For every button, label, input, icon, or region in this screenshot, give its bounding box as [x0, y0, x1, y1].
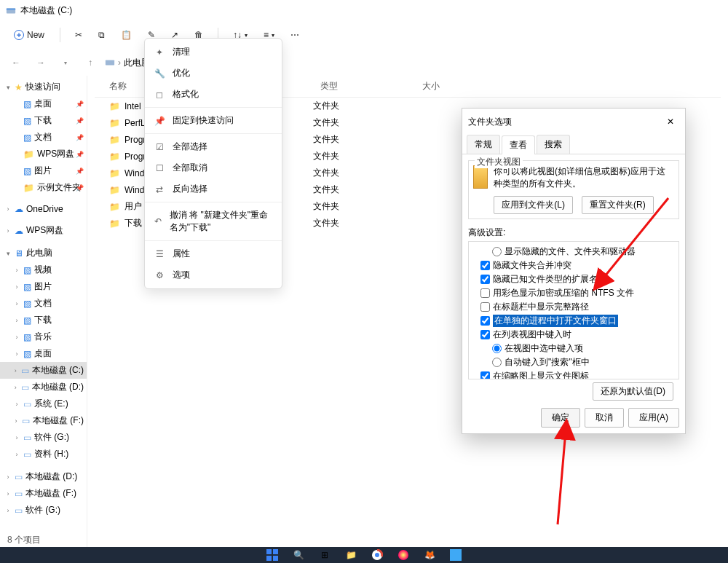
tree-node[interactable]: ▾★快速访问: [0, 79, 87, 95]
expander-icon[interactable]: ›: [4, 473, 12, 481]
expander-icon[interactable]: ›: [13, 417, 19, 425]
advanced-item[interactable]: 在视图中选中键入项: [473, 342, 674, 355]
expander-icon[interactable]: ›: [13, 401, 20, 408]
menu-item[interactable]: ⚙选项: [145, 264, 282, 286]
tree-node[interactable]: ›▭本地磁盘 (D:): [0, 468, 87, 485]
taskbar[interactable]: 🔍 ⊞ 📁 🦊: [0, 547, 728, 563]
nav-tree[interactable]: ▾★快速访问▧桌面📌▧下载📌▧文档📌📁WPS网盘📌▧图片📌📁示例文件夹📌›☁On…: [0, 76, 87, 547]
menu-item[interactable]: ✦清理: [145, 42, 282, 63]
checkbox-input[interactable]: [480, 288, 490, 298]
cut-button[interactable]: ✂: [69, 27, 88, 43]
advanced-item[interactable]: 隐藏文件夹合并冲突: [473, 259, 674, 272]
tree-node[interactable]: ›▭本地磁盘 (C:): [0, 362, 87, 379]
more-button[interactable]: ⋯: [285, 27, 305, 43]
ok-button[interactable]: 确定: [541, 408, 580, 428]
advanced-item[interactable]: 显示隐藏的文件、文件夹和驱动器: [473, 245, 674, 259]
tree-node[interactable]: ›▧音乐: [0, 328, 87, 345]
tree-node[interactable]: ▧桌面📌: [0, 95, 87, 112]
menu-item[interactable]: ☐全部取消: [145, 157, 282, 178]
expander-icon[interactable]: ›: [13, 300, 20, 307]
app-icon-3[interactable]: [448, 548, 463, 562]
advanced-item[interactable]: 在单独的进程中打开文件夹窗口: [473, 314, 674, 328]
tree-node[interactable]: ›▭系统 (E:): [0, 395, 87, 412]
tree-node[interactable]: ›☁OneDrive: [0, 202, 87, 216]
checkbox-input[interactable]: [480, 302, 490, 312]
expander-icon[interactable]: ▾: [4, 250, 12, 257]
tree-node[interactable]: ›▧视频: [0, 261, 87, 278]
tree-node[interactable]: ›▭本地磁盘 (D:): [0, 379, 87, 395]
new-button[interactable]: ＋ New: [7, 26, 51, 44]
advanced-item[interactable]: 用彩色显示加密或压缩的 NTFS 文件: [473, 286, 674, 300]
checkbox-input[interactable]: [480, 275, 490, 284]
advanced-item[interactable]: 在缩略图上显示文件图标: [473, 369, 674, 379]
back-button[interactable]: ←: [6, 52, 26, 73]
start-button[interactable]: [265, 548, 280, 562]
tree-node[interactable]: ›▭软件 (G:): [0, 502, 87, 519]
tree-node[interactable]: ›▧下载: [0, 312, 87, 328]
tree-node[interactable]: ›▧文档: [0, 295, 87, 312]
app-icon[interactable]: [396, 548, 411, 562]
expander-icon[interactable]: ›: [13, 267, 20, 274]
expander-icon[interactable]: ›: [13, 334, 20, 341]
restore-defaults-button[interactable]: 还原为默认值(D): [593, 382, 673, 401]
tree-node[interactable]: ›▭资料 (H:): [0, 446, 87, 462]
tree-node[interactable]: ›▭本地磁盘 (F:): [0, 485, 87, 502]
tree-node[interactable]: ›▧图片: [0, 278, 87, 295]
radio-input[interactable]: [492, 344, 502, 353]
radio-input[interactable]: [492, 247, 502, 256]
apply-to-folders-button[interactable]: 应用到文件夹(L): [494, 196, 573, 214]
menu-item[interactable]: ☰属性: [145, 243, 282, 264]
expander-icon[interactable]: ›: [13, 283, 20, 291]
close-button[interactable]: ✕: [662, 113, 679, 130]
chevron-down-icon[interactable]: ▾: [55, 52, 76, 73]
menu-item[interactable]: ◻格式化: [145, 84, 282, 105]
col-size[interactable]: 大小: [422, 80, 466, 92]
expander-icon[interactable]: ›: [13, 317, 20, 324]
expander-icon[interactable]: ›: [4, 227, 12, 235]
checkbox-input[interactable]: [480, 261, 490, 270]
expander-icon[interactable]: ▾: [4, 84, 12, 91]
advanced-item[interactable]: 在列表视图中键入时: [473, 328, 674, 342]
apply-button[interactable]: 应用(A): [628, 408, 679, 428]
checkbox-input[interactable]: [480, 316, 490, 326]
radio-input[interactable]: [492, 358, 502, 367]
tab-general[interactable]: 常规: [467, 135, 500, 154]
paste-button[interactable]: 📋: [115, 27, 138, 43]
app-icon-2[interactable]: 🦊: [422, 548, 437, 562]
tree-node[interactable]: ›☁WPS网盘: [0, 222, 87, 239]
expander-icon[interactable]: ›: [4, 205, 12, 213]
tree-node[interactable]: ›▭软件 (G:): [0, 429, 87, 446]
cancel-button[interactable]: 取消: [585, 408, 624, 428]
tree-node[interactable]: ›▭本地磁盘 (F:): [0, 412, 87, 429]
reset-folders-button[interactable]: 重置文件夹(R): [582, 196, 654, 214]
menu-item[interactable]: ↶撤消 将 "新建文件夹"重命名为"下载": [145, 205, 282, 238]
up-button[interactable]: ↑: [80, 52, 100, 73]
advanced-item[interactable]: 在标题栏中显示完整路径: [473, 300, 674, 314]
menu-item[interactable]: 🔧优化: [145, 63, 282, 84]
tree-node[interactable]: ▧文档📌: [0, 129, 87, 146]
tree-node[interactable]: ▧下载📌: [0, 112, 87, 129]
expander-icon[interactable]: ›: [13, 350, 20, 358]
tree-node[interactable]: 📁示例文件夹📌: [0, 179, 87, 196]
advanced-settings-list[interactable]: 显示隐藏的文件、文件夹和驱动器隐藏文件夹合并冲突隐藏已知文件类型的扩展名用彩色显…: [468, 241, 679, 379]
menu-item[interactable]: 📌固定到快速访问: [145, 110, 282, 131]
chrome-icon[interactable]: [370, 548, 384, 562]
tree-node[interactable]: 📁WPS网盘📌: [0, 146, 87, 162]
advanced-item[interactable]: 自动键入到"搜索"框中: [473, 355, 674, 369]
copy-button[interactable]: ⧉: [92, 27, 111, 43]
col-type[interactable]: 类型: [320, 80, 379, 92]
advanced-item[interactable]: 隐藏已知文件类型的扩展名: [473, 272, 674, 286]
taskview-icon[interactable]: ⊞: [317, 548, 332, 562]
tree-node[interactable]: ▾🖥此电脑: [0, 245, 87, 261]
tab-view[interactable]: 查看: [502, 135, 535, 154]
explorer-icon[interactable]: 📁: [344, 548, 358, 562]
tab-search[interactable]: 搜索: [537, 135, 570, 154]
checkbox-input[interactable]: [480, 330, 490, 339]
tree-node[interactable]: ›▧桌面: [0, 345, 87, 362]
expander-icon[interactable]: ›: [13, 451, 20, 458]
tree-node[interactable]: ▧图片📌: [0, 162, 87, 179]
expander-icon[interactable]: ›: [13, 384, 18, 391]
forward-button[interactable]: →: [31, 52, 51, 73]
search-icon[interactable]: 🔍: [291, 548, 306, 562]
menu-item[interactable]: ⇄反向选择: [145, 178, 282, 200]
